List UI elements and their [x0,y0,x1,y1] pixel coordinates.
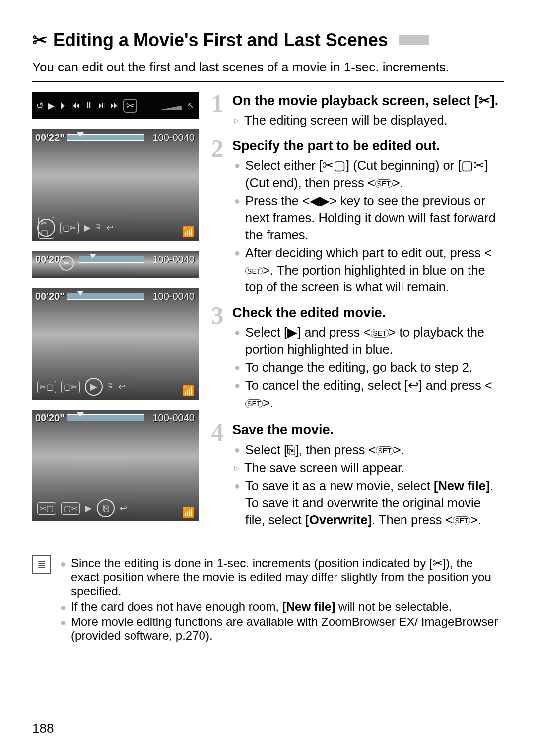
arrow-bullet-icon: ▹ [234,461,239,476]
file-number: 100-0040 [152,291,195,302]
play-tool-icon: ▶ [85,378,103,396]
step-title: Save the movie. [232,421,504,439]
step-bullet: ● To save it as a new movie, select [New… [234,478,504,529]
scissors-icon: ✂ [32,30,47,51]
scissors-icon: ✂ [433,556,443,570]
dot-bullet-icon: ● [234,443,240,458]
intro-text: You can edit out the first and last scen… [32,60,504,75]
cut-begin-glyph: ✂▢ [38,217,54,239]
step-bullet: ● To change the editing, go back to step… [234,359,504,376]
step-bullet: ▹ The editing screen will be displayed. [234,112,504,129]
edit-tools: ✂▢ ▢✂ ▶ ⎘ ↩ [37,378,126,396]
set-key-icon: SET [371,329,388,338]
step-bullet: ● Press the <◀▶> key to see the previous… [234,192,504,243]
note-text: Since the editing is done in 1-sec. incr… [71,556,504,598]
cut-end-icon: ▢✂ [60,222,79,234]
screenshot-column: ↺ ▶ ⏵ ⏮ ⏸ ⏯ ⏭ ✂ ▁▂▃▄ ↖ 00'22" 100-0040 ✂… [32,92,199,537]
edit-tools: ✂▢ ▢✂ ▶ ⎘ ↩ [37,499,127,517]
page-number: 188 [32,721,54,736]
progress-track [79,256,144,263]
step-number: 2 [209,137,225,297]
play-tool-icon: ▶ [84,222,91,233]
dot-bullet-icon: ● [234,194,240,243]
file-number: 100-0040 [152,412,195,424]
progress-track [67,293,144,300]
prev-frame-icon: ⏮ [71,100,80,111]
bullet-text: Select [▶] and press <SET> to playback t… [245,324,504,358]
dot-bullet-icon: ● [234,326,240,358]
time-label: 00'20" [35,412,65,424]
note-text: More movie editing functions are availab… [71,615,504,643]
step-number: 1 [209,92,225,130]
step-bullet: ● Select either [✂▢] (Cut beginning) or … [234,157,504,191]
playpause-icon: ⏯ [97,100,106,111]
save-tool-icon: ⎘ [96,223,101,233]
progress-track [67,134,144,141]
title-divider [32,81,504,82]
dot-bullet-icon: ● [60,558,66,598]
scissors-marker-icon: ✂ [59,256,74,271]
step-bullet: ▹ The save screen will appear. [234,459,504,476]
step-2: 2 Specify the part to be edited out. ● S… [209,137,504,297]
arrow-bullet-icon: ▹ [234,114,239,129]
bullet-text: To save it as a new movie, select [New f… [245,478,504,529]
steps-column: 1 On the movie playback screen, select [… [209,92,504,537]
playback-toolbar: ↺ ▶ ⏵ ⏮ ⏸ ⏯ ⏭ ✂ ▁▂▃▄ ↖ [32,92,199,119]
edit-tools: ✂▢ ▢✂ ▶ ⎘ ↩ [37,219,114,237]
step-bullet: ● Select [▶] and press <SET> to playback… [234,324,504,358]
bullet-text: After deciding which part to edit out, p… [245,244,504,295]
step-bullet: ● To cancel the editing, select [↩] and … [234,377,504,411]
undo-tool-icon: ↩ [120,503,127,514]
notes-icon: ≣ [32,555,51,574]
note-bullet: ● If the card does not have enough room,… [60,600,504,614]
slow-icon: ⏵ [59,100,67,111]
title-text: Editing a Movie's First and Last Scenes [53,30,388,51]
step-title-pre: On the movie playback screen, select [ [232,93,479,108]
dot-bullet-icon: ● [234,361,240,376]
bullet-text: The editing screen will be displayed. [244,112,504,129]
bullet-text: The save screen will appear. [244,459,504,476]
time-label: 00'20" [35,291,65,302]
note-bullet: ● More movie editing functions are avail… [60,615,504,643]
pause-icon: ⏸ [84,100,93,111]
dot-bullet-icon: ● [234,480,240,529]
cut-end-icon: ▢✂ [461,157,484,174]
save-tool-icon: ⎘ [97,499,115,517]
signal-icon: 📶 [182,226,195,238]
notes-section: ≣ ● Since the editing is done in 1-sec. … [32,548,504,644]
dot-bullet-icon: ● [234,379,240,411]
step-number: 3 [209,304,225,412]
signal-icon: 📶 [182,385,195,397]
step-title-post: ]. [490,93,499,108]
dot-bullet-icon: ● [234,159,240,191]
set-key-icon: SET [245,399,263,408]
play-icon: ▶ [48,100,55,111]
undo-tool-icon: ↩ [118,381,126,392]
volume-icon: ▁▂▃▄ [162,102,181,110]
save-tool-icon: ⎘ [108,382,113,392]
step-4: 4 Save the movie. ● Select [⎘], then pre… [209,421,504,530]
step-1: 1 On the movie playback screen, select [… [209,92,504,130]
dot-bullet-icon: ● [60,602,66,614]
file-number: 100-0040 [152,254,195,265]
bullet-text: To change the editing, go back to step 2… [245,359,504,376]
title-decoration [399,35,429,45]
step-bullet: ● Select [⎘], then press <SET>. [234,441,504,458]
bullet-text: To cancel the editing, select [↩] and pr… [245,377,504,411]
edit-icon-selected: ✂ [123,99,137,113]
bullet-text: Press the <◀▶> key to see the previous o… [245,192,504,243]
next-frame-icon: ⏭ [110,100,119,111]
bullet-text: Select either [✂▢] (Cut beginning) or [▢… [245,157,504,191]
set-key-icon: SET [375,179,393,188]
step-3: 3 Check the edited movie. ● Select [▶] a… [209,304,504,412]
rewind-icon: ↺ [36,100,44,111]
scissors-icon: ✂ [479,92,490,110]
cut-begin-icon: ✂▢ [37,219,55,237]
step-bullet: ● After deciding which part to edit out,… [234,244,504,295]
cut-begin-icon: ✂▢ [323,157,346,174]
dot-bullet-icon: ● [60,617,66,643]
screenshot-save: 00'20" 100-0040 ✂▢ ▢✂ ▶ ⎘ ↩ 📶 [32,410,199,521]
file-number: 100-0040 [152,132,195,143]
step-title: On the movie playback screen, select [✂]… [232,92,504,110]
step-title: Specify the part to be edited out. [232,137,504,155]
